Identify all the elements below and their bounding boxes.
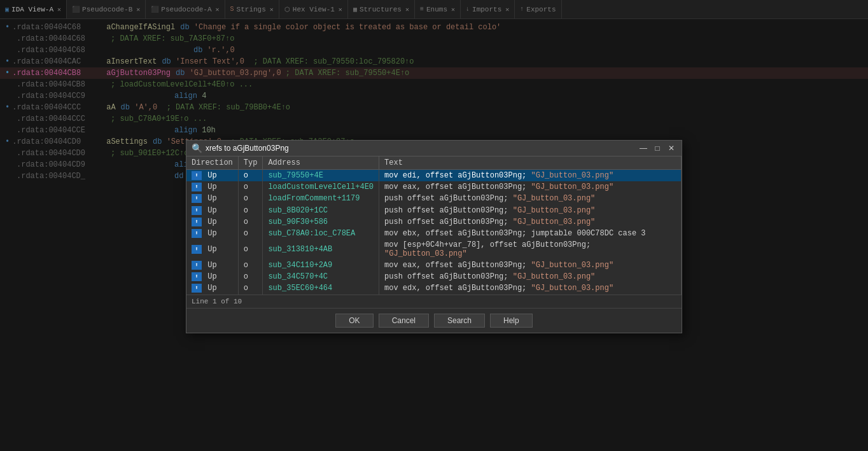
cell-text: push offset aGjButton03Png; "GJ_button_0… — [379, 271, 682, 282]
xref-row-icon: ⬆ — [192, 229, 202, 238]
cell-address: sub_34C570+4C — [263, 271, 379, 282]
cell-text: push offset aGjButton03Png; "GJ_button_0… — [379, 193, 682, 204]
cell-type: o — [238, 193, 263, 204]
cell-address: loadFromComment+1179 — [263, 193, 379, 204]
xref-row-icon: ⬆ — [192, 272, 202, 281]
xref-dialog: 🔍 xrefs to aGjButton03Png — □ ✕ Directio… — [186, 140, 682, 333]
cell-address: sub_34C110+2A9 — [263, 260, 379, 271]
table-row[interactable]: ⬆ Uposub_79550+4Emov edi, offset aGjButt… — [186, 170, 682, 182]
cell-type: o — [238, 170, 263, 182]
xref-row-icon: ⬆ — [192, 245, 202, 254]
cell-direction: ⬆ Up — [186, 271, 238, 282]
table-row[interactable]: ⬆ Uposub_8B020+1CCpush offset aGjButton0… — [186, 205, 682, 216]
dialog-title: xrefs to aGjButton03Png — [206, 144, 634, 153]
dialog-body: Direction Typ Address Text ⬆ Uposub_7955… — [186, 156, 682, 295]
dialog-status: Line 1 of 10 — [186, 295, 682, 308]
table-row[interactable]: ⬆ UpoloadFromComment+1179push offset aGj… — [186, 193, 682, 204]
cell-type: o — [238, 216, 263, 228]
cell-direction: ⬆ Up — [186, 228, 238, 239]
xref-row-icon: ⬆ — [192, 284, 202, 293]
dialog-overlay: 🔍 xrefs to aGjButton03Png — □ ✕ Directio… — [0, 0, 868, 451]
table-row[interactable]: ⬆ UpoloadCustomLevelCell+4E0mov eax, off… — [186, 181, 682, 193]
col-type: Typ — [238, 156, 263, 170]
cell-text: mov eax, offset aGjButton03Png; "GJ_butt… — [379, 260, 682, 271]
cell-address: loadCustomLevelCell+4E0 — [263, 181, 379, 193]
cell-direction: ⬆ Up — [186, 205, 238, 216]
xref-table-header: Direction Typ Address Text — [186, 156, 682, 170]
dialog-minimize-button[interactable]: — — [638, 143, 648, 153]
col-address: Address — [263, 156, 379, 170]
cell-type: o — [238, 181, 263, 193]
xref-table: Direction Typ Address Text ⬆ Uposub_7955… — [186, 156, 682, 295]
dialog-footer: OK Cancel Search Help — [186, 308, 682, 333]
cell-type: o — [238, 271, 263, 282]
cell-direction: ⬆ Up — [186, 170, 238, 182]
cell-address: sub_79550+4E — [263, 170, 379, 182]
cell-direction: ⬆ Up — [186, 193, 238, 204]
table-row[interactable]: ⬆ Uposub_34C570+4Cpush offset aGjButton0… — [186, 271, 682, 282]
ok-button[interactable]: OK — [335, 314, 373, 328]
cell-address: sub_35EC60+464 — [263, 282, 379, 294]
col-text: Text — [379, 156, 682, 170]
cell-text: mov edi, offset aGjButton03Png; "GJ_butt… — [379, 170, 682, 182]
cell-type: o — [238, 282, 263, 294]
cell-direction: ⬆ Up — [186, 181, 238, 193]
cell-text: mov ebx, offset aGjButton03Png; jumptabl… — [379, 228, 682, 239]
cell-text: mov [esp+0C4h+var_78], offset aGjButton0… — [379, 239, 682, 260]
xref-row-icon: ⬆ — [192, 171, 202, 180]
dialog-titlebar: 🔍 xrefs to aGjButton03Png — □ ✕ — [186, 141, 682, 156]
help-button[interactable]: Help — [490, 314, 533, 328]
dialog-icon: 🔍 — [192, 143, 202, 153]
cell-type: o — [238, 205, 263, 216]
table-row[interactable]: ⬆ Uposub_35EC60+464mov edx, offset aGjBu… — [186, 282, 682, 294]
cell-direction: ⬆ Up — [186, 216, 238, 228]
xref-table-body[interactable]: ⬆ Uposub_79550+4Emov edi, offset aGjButt… — [186, 170, 682, 295]
cell-text: mov eax, offset aGjButton03Png; "GJ_butt… — [379, 181, 682, 193]
cell-type: o — [238, 260, 263, 271]
cell-text: mov edx, offset aGjButton03Png; "GJ_butt… — [379, 282, 682, 294]
col-direction: Direction — [186, 156, 238, 170]
table-row[interactable]: ⬆ Uposub_34C110+2A9mov eax, offset aGjBu… — [186, 260, 682, 271]
cell-address: sub_C78A0:loc_C78EA — [263, 228, 379, 239]
cell-text: push offset aGjButton03Png; "GJ_button_0… — [379, 205, 682, 216]
dialog-close-button[interactable]: ✕ — [666, 143, 676, 153]
cell-type: o — [238, 239, 263, 260]
table-row[interactable]: ⬆ Uposub_C78A0:loc_C78EAmov ebx, offset … — [186, 228, 682, 239]
cell-type: o — [238, 228, 263, 239]
dialog-maximize-button[interactable]: □ — [652, 143, 662, 153]
cell-direction: ⬆ Up — [186, 282, 238, 294]
xref-row-icon: ⬆ — [192, 206, 202, 215]
table-row[interactable]: ⬆ Uposub_90F30+586push offset aGjButton0… — [186, 216, 682, 228]
cell-address: sub_313810+4AB — [263, 239, 379, 260]
xref-row-icon: ⬆ — [192, 261, 202, 270]
cell-direction: ⬆ Up — [186, 239, 238, 260]
xref-row-icon: ⬆ — [192, 194, 202, 203]
cancel-button[interactable]: Cancel — [379, 314, 429, 328]
cell-address: sub_90F30+586 — [263, 216, 379, 228]
cell-direction: ⬆ Up — [186, 260, 238, 271]
search-button[interactable]: Search — [434, 314, 485, 328]
cell-address: sub_8B020+1CC — [263, 205, 379, 216]
table-row[interactable]: ⬆ Uposub_313810+4ABmov [esp+0C4h+var_78]… — [186, 239, 682, 260]
xref-row-icon: ⬆ — [192, 218, 202, 226]
cell-text: push offset aGjButton03Png; "GJ_button_0… — [379, 216, 682, 228]
xref-row-icon: ⬆ — [192, 183, 202, 191]
